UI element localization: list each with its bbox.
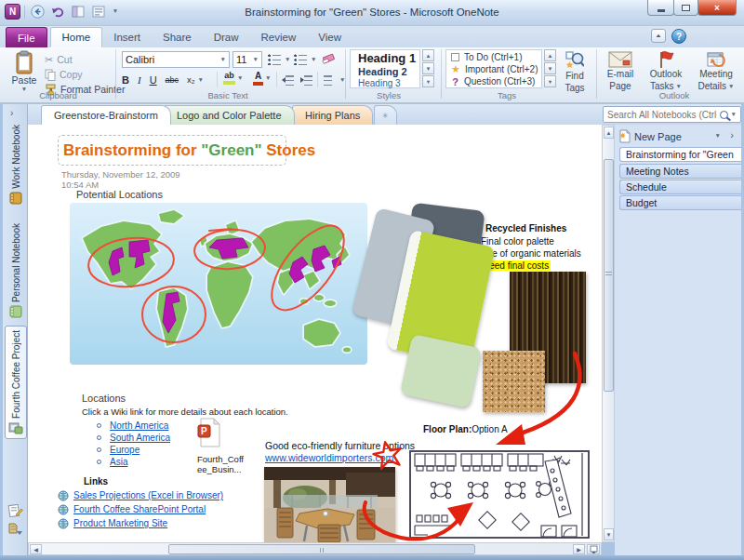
- back-button[interactable]: [29, 4, 46, 20]
- vertical-scrollbar[interactable]: ▲ ▼: [602, 125, 615, 542]
- ribbon-tab-home[interactable]: Home: [50, 27, 103, 47]
- highlight-button[interactable]: ab ▼: [223, 71, 243, 86]
- styles-more-button[interactable]: ▼: [422, 75, 434, 87]
- recycled-finishes-block[interactable]: Recycled Finishes Final color palette Us…: [485, 223, 602, 271]
- ribbon-tab-file[interactable]: File: [6, 27, 47, 47]
- horizontal-scrollbar[interactable]: ◀ ▶: [28, 542, 602, 555]
- style-heading3[interactable]: Heading 3: [351, 77, 419, 88]
- style-heading2[interactable]: Heading 2: [351, 65, 419, 77]
- font-name-select[interactable]: Calibri ▼: [122, 51, 230, 68]
- copy-button[interactable]: Copy: [45, 67, 83, 82]
- tags-more-button[interactable]: ▼: [544, 75, 556, 87]
- scroll-left-button[interactable]: ◀: [30, 544, 42, 554]
- subscript-dropdown-icon[interactable]: ▼: [198, 77, 204, 84]
- dock-to-desktop-button[interactable]: [70, 4, 86, 20]
- paragraph-align-button[interactable]: ▼: [323, 73, 345, 87]
- styles-gallery-scroll: ▲ ▼ ▼: [422, 49, 434, 87]
- new-page-dropdown[interactable]: ▼: [715, 133, 721, 140]
- link-product-marketing[interactable]: Product Marketing Site: [73, 518, 167, 528]
- page-tab-budget[interactable]: Budget: [619, 195, 741, 210]
- close-button[interactable]: ×: [698, 0, 737, 16]
- bullets-button[interactable]: ▼: [268, 52, 290, 67]
- meeting-details-button[interactable]: Meeting Details▼: [692, 50, 740, 92]
- new-page-button[interactable]: New Page: [618, 129, 682, 143]
- collapse-panel-button[interactable]: ›: [730, 129, 734, 140]
- horizontal-scroll-thumb[interactable]: [168, 544, 475, 554]
- tags-scroll-up[interactable]: ▲: [544, 49, 556, 61]
- increase-indent-button[interactable]: [300, 73, 313, 87]
- tag-important[interactable]: ★ Important (Ctrl+2): [446, 63, 541, 75]
- undo-button[interactable]: [49, 4, 66, 20]
- location-links-list: North America South America Europe Asia: [97, 420, 170, 468]
- cut-button[interactable]: ✂ Cut: [45, 52, 73, 67]
- font-size-select[interactable]: 11 ▼: [232, 51, 262, 68]
- attachment-powerpoint[interactable]: P Fourth_Coff ee_Busin...: [197, 418, 244, 474]
- link-north-america[interactable]: North America: [110, 420, 168, 431]
- page-tab-brainstorming[interactable]: Brainstorming for "Green: [619, 147, 741, 162]
- tag-question[interactable]: ? Question (Ctrl+3): [446, 75, 541, 87]
- links-heading: Links: [84, 476, 108, 487]
- notebook-personal[interactable]: Personal Notebook: [5, 223, 27, 318]
- basic-text-group-label: Basic Text: [186, 90, 270, 100]
- scroll-up-button[interactable]: ▲: [604, 127, 614, 139]
- font-color-button[interactable]: A ▼: [253, 71, 271, 86]
- subscript-button[interactable]: x₂: [187, 75, 194, 85]
- page-canvas[interactable]: Brainstorming for "Green" Stores Thursda…: [28, 125, 602, 542]
- help-button[interactable]: ?: [671, 29, 686, 44]
- minimize-button[interactable]: [647, 0, 674, 16]
- page-view-corner-button[interactable]: [587, 544, 600, 554]
- link-sales-projections[interactable]: Sales Projections (Excel in Browser): [73, 490, 223, 500]
- outlook-tasks-button[interactable]: Outlook Tasks▼: [642, 50, 690, 92]
- maximize-button[interactable]: [673, 0, 698, 16]
- link-europe[interactable]: Europe: [110, 445, 140, 455]
- ribbon-tab-draw[interactable]: Draw: [203, 27, 250, 47]
- link-south-america[interactable]: South America: [110, 433, 170, 443]
- full-page-view-icon: [92, 6, 105, 18]
- ribbon-tab-share[interactable]: Share: [152, 27, 203, 47]
- notebook-navigation-bar: › Work Notebook Personal Notebook Fourth…: [3, 104, 28, 555]
- ribbon-tab-review[interactable]: Review: [250, 27, 308, 47]
- notebook-work[interactable]: Work Notebook: [5, 125, 27, 205]
- styles-scroll-down[interactable]: ▼: [422, 62, 434, 74]
- section-tab-greenstore[interactable]: Greenstore-Brainstorm: [41, 105, 171, 125]
- qat-customize-dropdown[interactable]: ▼: [111, 4, 120, 20]
- notebook-fourth-coffee[interactable]: Fourth Coffee Project: [5, 326, 27, 439]
- tags-scroll-down[interactable]: ▼: [544, 62, 556, 74]
- strikethrough-button[interactable]: abc: [166, 76, 179, 85]
- decrease-indent-button[interactable]: [282, 73, 295, 87]
- world-map-image[interactable]: [70, 203, 367, 365]
- numbering-button[interactable]: ▼: [294, 52, 316, 67]
- expand-navbar-button[interactable]: ›: [10, 108, 13, 118]
- onenote-app-icon[interactable]: N: [5, 4, 20, 20]
- link-sharepoint-portal[interactable]: Fourth Coffee SharePoint Portal: [73, 504, 206, 514]
- ribbon-tab-insert[interactable]: Insert: [102, 27, 152, 47]
- paste-button[interactable]: Paste ▼: [7, 50, 41, 93]
- find-tags-button[interactable]: Find Tags: [560, 50, 590, 94]
- link-asia[interactable]: Asia: [110, 457, 127, 467]
- scroll-right-button[interactable]: ▶: [573, 544, 585, 554]
- style-heading1[interactable]: Heading 1: [351, 50, 419, 65]
- italic-button[interactable]: I: [138, 75, 141, 86]
- scroll-down-button[interactable]: ▼: [604, 528, 614, 540]
- new-section-tab[interactable]: ✳: [374, 105, 397, 125]
- minimize-ribbon-button[interactable]: ▲: [651, 29, 666, 43]
- unfiled-notes-button[interactable]: [7, 502, 23, 521]
- search-icon[interactable]: [720, 111, 728, 119]
- search-scope-dropdown[interactable]: ▼: [731, 112, 737, 118]
- email-page-button[interactable]: E-mail Page: [601, 50, 640, 92]
- page-title-box[interactable]: Brainstorming for "Green" Stores: [58, 135, 286, 166]
- section-tab-logo-palette[interactable]: Logo and Color Palette: [164, 105, 295, 125]
- vertical-scroll-thumb[interactable]: [604, 159, 614, 392]
- section-tab-hiring[interactable]: Hiring Plans: [292, 105, 373, 125]
- tag-todo[interactable]: To Do (Ctrl+1): [446, 51, 541, 63]
- search-input[interactable]: [607, 110, 717, 120]
- styles-scroll-up[interactable]: ▲: [422, 49, 434, 61]
- ribbon-tab-view[interactable]: View: [307, 27, 352, 47]
- page-tab-schedule[interactable]: Schedule: [619, 180, 741, 194]
- underline-button[interactable]: U: [150, 75, 157, 86]
- open-notebook-button[interactable]: [7, 521, 23, 540]
- bold-button[interactable]: B: [122, 75, 129, 86]
- clear-formatting-button[interactable]: [322, 51, 336, 64]
- full-page-view-button[interactable]: [90, 4, 107, 20]
- page-tab-meeting-notes[interactable]: Meeting Notes: [619, 164, 741, 179]
